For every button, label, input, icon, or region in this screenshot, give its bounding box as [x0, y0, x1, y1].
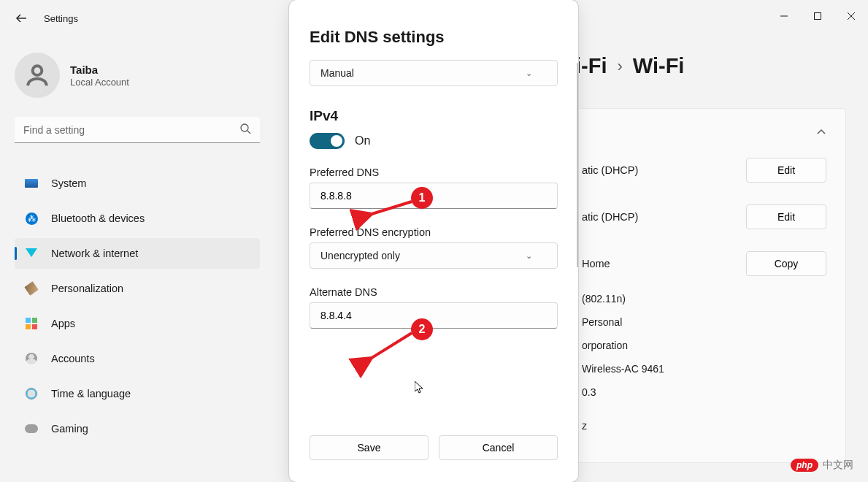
- nav-label: Time & language: [51, 388, 131, 399]
- chevron-down-icon: ⌄: [526, 251, 532, 261]
- watermark: php 中文网: [791, 459, 853, 472]
- nav-item-accounts[interactable]: Accounts: [15, 343, 260, 374]
- nav-label: Network & internet: [51, 248, 138, 259]
- maximize-button[interactable]: [801, 0, 834, 32]
- watermark-text: 中文网: [823, 459, 853, 472]
- detail-row: Home Copy: [582, 240, 826, 287]
- search-input[interactable]: [15, 117, 260, 143]
- detail-value: Home: [582, 258, 610, 269]
- nav-item-system[interactable]: System: [15, 168, 260, 199]
- svg-line-9: [369, 333, 412, 359]
- search-wrap: [15, 117, 260, 143]
- nav-item-time[interactable]: Time & language: [15, 378, 260, 409]
- svg-rect-1: [815, 13, 821, 20]
- nav-item-personalization[interactable]: Personalization: [15, 273, 260, 304]
- wifi-properties-card: atic (DHCP) Edit atic (DHCP) Edit Home C…: [575, 108, 846, 463]
- dns-mode-select[interactable]: Manual ⌄: [310, 60, 558, 86]
- chevron-up-icon[interactable]: [816, 127, 826, 140]
- svg-line-7: [247, 131, 250, 134]
- breadcrumb-seg: Wi-Fi: [633, 54, 685, 78]
- sidebar: Taiba Local Account System ⁂ Bluetooth &…: [15, 53, 260, 448]
- detail-info: Personal: [582, 316, 622, 328]
- window-controls: [767, 0, 868, 32]
- detail-row: atic (DHCP) Edit: [582, 194, 826, 240]
- apps-icon: [25, 317, 38, 330]
- svg-point-5: [33, 66, 42, 75]
- search-icon[interactable]: [239, 123, 251, 137]
- preferred-dns-input[interactable]: [310, 183, 558, 209]
- scrollbar[interactable]: [577, 63, 578, 267]
- account-name: Taiba: [70, 63, 129, 77]
- ipv4-toggle[interactable]: [310, 133, 345, 149]
- edit-button[interactable]: Edit: [746, 158, 826, 183]
- detail-info: (802.11n): [582, 293, 626, 305]
- watermark-badge: php: [791, 459, 818, 472]
- nav-label: Apps: [51, 318, 75, 329]
- detail-value: atic (DHCP): [582, 211, 638, 223]
- account-subtitle: Local Account: [70, 77, 129, 88]
- app-title: Settings: [44, 13, 78, 24]
- modal-title: Edit DNS settings: [310, 28, 558, 47]
- header-row: Settings: [15, 12, 78, 25]
- alternate-dns-input[interactable]: [310, 302, 558, 329]
- nav-item-gaming[interactable]: Gaming: [15, 413, 260, 444]
- gaming-icon: [25, 422, 38, 435]
- annotation-arrow-2: [365, 332, 413, 365]
- toggle-label: On: [355, 134, 370, 148]
- system-icon: [25, 177, 38, 190]
- copy-button[interactable]: Copy: [746, 251, 826, 276]
- minimize-button[interactable]: [767, 0, 801, 32]
- bluetooth-icon: ⁂: [25, 212, 38, 225]
- breadcrumb: i-Fi › Wi-Fi: [575, 54, 684, 78]
- wifi-icon: [25, 247, 38, 260]
- select-value: Manual: [320, 67, 354, 79]
- brush-icon: [25, 282, 38, 295]
- detail-value: atic (DHCP): [582, 164, 638, 176]
- ipv4-heading: IPv4: [310, 108, 558, 124]
- chevron-right-icon: ›: [618, 57, 623, 76]
- globe-clock-icon: [25, 387, 38, 400]
- edit-button[interactable]: Edit: [746, 204, 826, 229]
- nav-label: System: [51, 177, 86, 189]
- cursor-icon: [415, 381, 425, 397]
- detail-info: Wireless-AC 9461: [582, 363, 664, 375]
- annotation-badge-1: 1: [411, 187, 433, 209]
- select-value: Unencrypted only: [320, 250, 400, 261]
- nav-item-apps[interactable]: Apps: [15, 308, 260, 339]
- close-button[interactable]: [834, 0, 868, 32]
- modal-footer: Save Cancel: [289, 419, 578, 482]
- nav: System ⁂ Bluetooth & devices Network & i…: [15, 168, 260, 448]
- svg-line-8: [369, 202, 412, 215]
- detail-info: 0.3: [582, 386, 596, 398]
- detail-info: z: [582, 420, 587, 432]
- preferred-enc-select[interactable]: Unencrypted only ⌄: [310, 242, 558, 269]
- chevron-down-icon: ⌄: [526, 69, 532, 78]
- preferred-dns-label: Preferred DNS: [310, 167, 558, 178]
- preferred-enc-label: Preferred DNS encryption: [310, 226, 558, 238]
- svg-point-6: [241, 124, 248, 131]
- edit-dns-modal: Edit DNS settings Manual ⌄ IPv4 On Prefe…: [289, 0, 578, 482]
- back-icon[interactable]: [15, 12, 28, 25]
- nav-label: Accounts: [51, 353, 95, 364]
- cancel-button[interactable]: Cancel: [439, 435, 558, 460]
- account-block[interactable]: Taiba Local Account: [15, 53, 260, 98]
- nav-label: Gaming: [51, 423, 88, 435]
- nav-label: Bluetooth & devices: [51, 213, 145, 224]
- nav-item-bluetooth[interactable]: ⁂ Bluetooth & devices: [15, 203, 260, 234]
- breadcrumb-seg[interactable]: i-Fi: [575, 54, 607, 78]
- avatar: [15, 53, 60, 98]
- alternate-dns-label: Alternate DNS: [310, 286, 558, 298]
- annotation-arrow-1: [365, 200, 413, 221]
- nav-label: Personalization: [51, 283, 123, 294]
- save-button[interactable]: Save: [310, 435, 429, 460]
- nav-item-network[interactable]: Network & internet: [15, 238, 260, 269]
- detail-row: atic (DHCP) Edit: [582, 147, 826, 194]
- detail-info: orporation: [582, 340, 628, 351]
- annotation-badge-2: 2: [411, 318, 433, 340]
- accounts-icon: [25, 352, 38, 365]
